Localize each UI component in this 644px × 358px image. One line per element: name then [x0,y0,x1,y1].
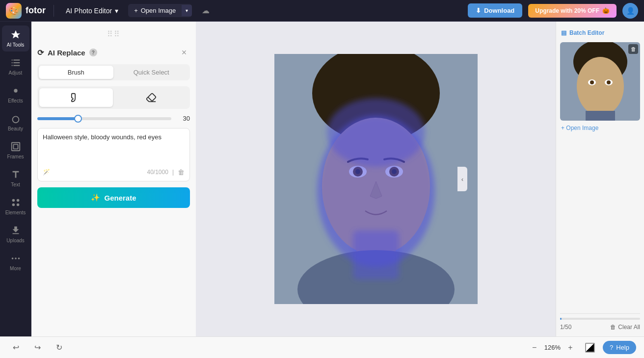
main-content: AI Tools Adjust Effects Beauty Frames Te… [0,22,644,336]
upgrade-button[interactable]: Upgrade with 20% OFF 🎃 [528,4,617,18]
right-panel: ▤ Batch Editor 🗑 + Open Image [556,22,644,336]
sidebar-item-frames[interactable]: Frames [2,137,29,163]
tab-quick-select[interactable]: Quick Select [114,66,189,79]
zoom-controls: − 126% + [528,341,577,355]
cloud-button[interactable]: ☁ [198,4,214,17]
ai-photo-editor-button[interactable]: AI Photo Editor ▾ [62,5,122,17]
ai-photo-editor-label: AI Photo Editor [66,7,112,15]
clear-label: Clear All [618,324,640,331]
bottom-bar: ↩ ↪ ↻ − 126% + ? Help [0,336,644,358]
delete-prompt-button[interactable]: 🗑 [178,168,185,176]
magic-wand-icon: 🪄 [43,169,50,176]
ai-tools-icon [10,29,21,40]
pagination: 1/50 🗑 Clear All [560,324,640,331]
uploads-icon [10,225,21,236]
svg-point-4 [16,199,19,202]
thumbnail-delete-button[interactable]: 🗑 [628,44,638,54]
sidebar-label-effects: Effects [8,98,23,103]
sidebar-item-beauty[interactable]: Beauty [2,109,29,135]
open-image-main[interactable]: + Open Image [128,4,182,17]
brush-erase-button[interactable] [115,88,188,107]
undo-button[interactable]: ↩ [8,340,24,356]
color-mode-button[interactable] [583,341,597,355]
brush-tabs: Brush Quick Select [37,64,190,80]
ai-replace-panel: ⠿⠿ ⟳ AI Replace ? × Brush Quick Select [31,22,196,336]
batch-editor-icon: ▤ [561,29,566,36]
pagination-bar [560,318,640,320]
sidebar-item-adjust[interactable]: Adjust [2,53,29,79]
zoom-out-button[interactable]: − [528,341,541,355]
panel-close-button[interactable]: × [178,47,190,58]
elements-icon [10,197,21,208]
svg-point-7 [11,257,13,259]
drag-dots-icon: ⠿⠿ [107,29,121,39]
avatar[interactable]: 👤 [622,3,638,19]
svg-point-6 [16,204,19,206]
svg-rect-31 [586,111,615,121]
sidebar-item-more[interactable]: More [2,249,29,275]
help-circle-icon: ? [610,344,613,351]
help-icon-label: ? [92,50,95,55]
svg-point-19 [355,169,360,174]
dropdown-arrow-icon: ▾ [115,7,118,15]
zoom-in-button[interactable]: + [564,341,577,355]
brush-size-value: 30 [176,115,190,122]
open-image-panel-label: + Open Image [561,125,598,131]
prompt-textarea[interactable] [43,133,185,163]
svg-rect-1 [11,143,20,151]
beauty-icon [10,113,21,124]
open-image-dropdown-arrow[interactable]: ▾ [182,5,192,16]
canvas-area[interactable]: ‹ [196,22,556,336]
adjust-icon [10,57,21,68]
svg-point-9 [18,257,20,259]
right-panel-collapse-button[interactable]: ‹ [457,167,467,191]
brush-options [37,86,190,109]
image-container [274,54,478,304]
svg-point-29 [590,80,594,84]
logo[interactable]: 🎨 fotor [6,3,46,19]
sidebar-item-text[interactable]: Text [2,165,29,191]
clear-all-button[interactable]: 🗑 Clear All [610,324,640,331]
svg-rect-2 [13,144,18,149]
pagination-text: 1/50 [560,324,571,331]
svg-point-5 [12,204,15,206]
logo-icon: 🎨 [6,3,22,19]
reset-button[interactable]: ↻ [51,340,67,356]
help-icon-badge[interactable]: ? [89,49,97,56]
brush-erase-icon [146,92,157,103]
open-image-button[interactable]: + Open Image ▾ [128,4,192,17]
download-button[interactable]: ⬇ Download [468,3,522,18]
generate-button[interactable]: ✨ Generate [37,187,190,208]
prompt-footer-right: 40/1000 | 🗑 [147,168,185,176]
redo-button[interactable]: ↪ [29,340,45,356]
separator: | [172,169,174,176]
panel-title: AI Replace [48,49,85,57]
nav-divider [54,5,54,17]
tab-brush[interactable]: Brush [39,66,113,79]
sidebar-item-uploads[interactable]: Uploads [2,221,29,247]
brush-draw-button[interactable] [39,88,113,107]
open-image-panel-button[interactable]: + Open Image [560,121,640,135]
svg-point-3 [12,199,15,202]
trash-icon: 🗑 [631,46,636,52]
sidebar-item-elements[interactable]: Elements [2,193,29,219]
batch-editor-button[interactable]: ▤ Batch Editor [560,27,640,38]
left-sidebar: AI Tools Adjust Effects Beauty Frames Te… [0,22,31,336]
sidebar-item-effects[interactable]: Effects [2,81,29,107]
help-button[interactable]: ? Help [603,341,636,354]
generate-icon: ✨ [91,193,100,202]
prompt-footer: 🪄 40/1000 | 🗑 [43,168,185,176]
panel-drag-handle[interactable]: ⠿⠿ [37,27,190,41]
brush-size-slider-row: 30 [37,115,190,122]
sidebar-label-elements: Elements [5,210,26,215]
sidebar-label-adjust: Adjust [9,70,23,76]
tab-quick-select-label: Quick Select [134,69,169,76]
more-icon [10,253,21,264]
tab-brush-label: Brush [68,69,84,76]
effects-icon [10,85,21,96]
zoom-plus-icon: + [568,343,572,352]
reset-icon: ↻ [56,343,62,352]
color-mode-icon [585,343,595,353]
sidebar-item-ai-tools[interactable]: AI Tools [2,26,29,51]
brush-size-slider[interactable] [37,117,171,120]
